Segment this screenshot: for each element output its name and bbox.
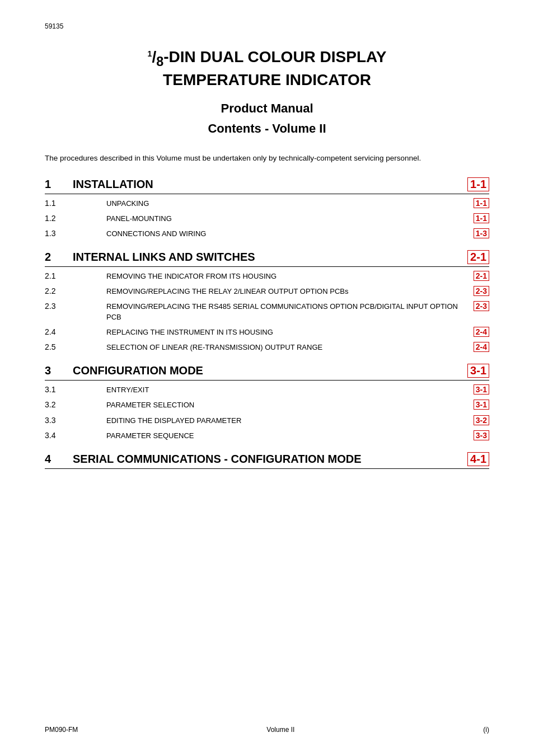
toc-item-1-2: 1.2 PANEL-MOUNTING 1-1 [45,212,489,226]
item-2-2-num: 2.2 [45,287,73,295]
item-2-1-label: REMOVING THE INDICATOR FROM ITS HOUSING [73,271,468,281]
footer-left: PM090-FM [45,726,78,734]
title-line1: -DIN DUAL COLOUR DISPLAY [163,48,386,65]
chapter-3-page: 3-1 [467,364,489,378]
toc-item-1-3: 1.3 CONNECTIONS AND WIRING 1-3 [45,227,489,241]
toc-item-3-4: 3.4 PARAMETER SEQUENCE 3-3 [45,429,489,443]
item-2-3-label: REMOVING/REPLACING THE RS485 SERIAL COMM… [73,302,468,322]
item-3-1-page: 3-1 [474,384,489,395]
item-3-3-label: EDITING THE DISPLAYED PARAMETER [73,416,468,426]
chapter-4-num: 4 [45,453,73,466]
item-2-2-page: 2-3 [474,286,489,296]
item-1-1-label: UNPACKING [73,199,468,209]
toc-item-1-1: 1.1 UNPACKING 1-1 [45,196,489,210]
item-2-5-page: 2-4 [474,342,489,352]
chapter-2-num: 2 [45,251,73,264]
toc-item-2-4: 2.4 REPLACING THE INSTRUMENT IN ITS HOUS… [45,325,489,339]
item-2-1-page: 2-1 [474,271,489,281]
toc-chapter-4: 4 SERIAL COMMUNICATIONS - CONFIGURATION … [45,450,489,469]
item-2-5-num: 2.5 [45,342,73,351]
toc-item-3-2: 3.2 PARAMETER SELECTION 3-1 [45,398,489,412]
page: 59135 1/8-DIN DUAL COLOUR DISPLAY TEMPER… [0,0,534,756]
chapter-1-page: 1-1 [467,177,489,191]
item-3-4-page: 3-3 [474,430,489,440]
item-2-1-num: 2.1 [45,271,73,280]
toc-item-2-2: 2.2 REMOVING/REPLACING THE RELAY 2/LINEA… [45,284,489,298]
footer-center: Volume II [266,726,294,734]
item-3-3-num: 3.3 [45,416,73,425]
item-3-4-num: 3.4 [45,431,73,440]
item-2-4-label: REPLACING THE INSTRUMENT IN ITS HOUSING [73,327,468,337]
chapter-2-page: 2-1 [467,250,489,264]
item-3-2-page: 3-1 [474,400,489,410]
toc-chapter-2: 2 INTERNAL LINKS AND SWITCHES 2-1 [45,248,489,267]
toc-item-2-1: 2.1 REMOVING THE INDICATOR FROM ITS HOUS… [45,269,489,283]
main-title: 1/8-DIN DUAL COLOUR DISPLAY TEMPERATURE … [45,47,489,90]
item-1-3-label: CONNECTIONS AND WIRING [73,229,468,239]
toc-item-3-3: 3.3 EDITING THE DISPLAYED PARAMETER 3-2 [45,414,489,428]
chapter-4-label: SERIAL COMMUNICATIONS - CONFIGURATION MO… [73,453,462,466]
item-1-1-num: 1.1 [45,199,73,208]
item-1-2-num: 1.2 [45,214,73,223]
item-1-1-page: 1-1 [474,198,489,208]
item-3-2-num: 3.2 [45,400,73,409]
title-section: 1/8-DIN DUAL COLOUR DISPLAY TEMPERATURE … [45,47,489,136]
toc-chapter-3: 3 CONFIGURATION MODE 3-1 [45,362,489,381]
contents-title: Contents - Volume II [45,121,489,136]
title-line2: TEMPERATURE INDICATOR [163,71,371,88]
subtitle: Product Manual [45,101,489,116]
item-2-2-label: REMOVING/REPLACING THE RELAY 2/LINEAR OU… [73,287,468,297]
item-1-3-page: 1-3 [474,228,489,238]
doc-number: 59135 [45,22,489,30]
chapter-3-num: 3 [45,364,73,377]
chapter-4-page: 4-1 [467,452,489,466]
chapter-1-label: INSTALLATION [73,178,462,191]
chapter-1-num: 1 [45,178,73,191]
chapter-2-label: INTERNAL LINKS AND SWITCHES [73,251,462,264]
footer-right: (i) [483,726,489,734]
item-1-2-page: 1-1 [474,213,489,223]
toc-chapter-1: 1 INSTALLATION 1-1 [45,176,489,194]
toc-item-2-5: 2.5 SELECTION OF LINEAR (RE-TRANSMISSION… [45,340,489,354]
item-2-3-page: 2-3 [474,301,489,311]
toc-item-3-1: 3.1 ENTRY/EXIT 3-1 [45,383,489,397]
item-1-2-label: PANEL-MOUNTING [73,214,468,224]
intro-text: The procedures described in this Volume … [45,153,489,164]
item-3-2-label: PARAMETER SELECTION [73,400,468,410]
item-3-4-label: PARAMETER SEQUENCE [73,431,468,441]
item-3-3-page: 3-2 [474,415,489,425]
item-2-4-page: 2-4 [474,327,489,337]
item-1-3-num: 1.3 [45,229,73,238]
item-2-4-num: 2.4 [45,327,73,336]
item-3-1-num: 3.1 [45,385,73,394]
toc-item-2-3: 2.3 REMOVING/REPLACING THE RS485 SERIAL … [45,299,489,323]
item-2-3-num: 2.3 [45,302,73,311]
item-3-1-label: ENTRY/EXIT [73,385,468,395]
footer: PM090-FM Volume II (i) [45,726,489,734]
fraction-numerator: 1 [148,49,152,58]
fraction-denominator: 8 [156,54,163,69]
toc: 1 INSTALLATION 1-1 1.1 UNPACKING 1-1 1.2… [45,176,489,469]
chapter-3-label: CONFIGURATION MODE [73,364,462,377]
item-2-5-label: SELECTION OF LINEAR (RE-TRANSMISSION) OU… [73,342,468,353]
